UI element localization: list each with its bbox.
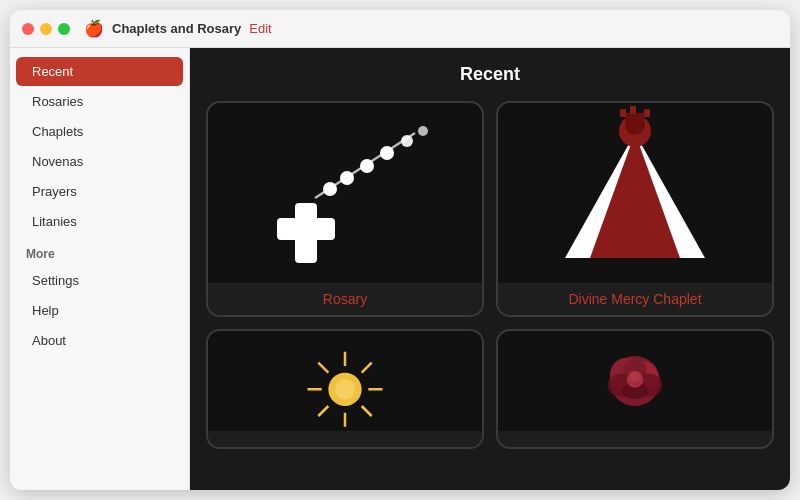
svg-rect-15 <box>625 113 645 121</box>
card-divine-mercy[interactable]: Divine Mercy Chaplet <box>496 101 774 317</box>
svg-rect-0 <box>215 103 475 283</box>
svg-point-4 <box>323 182 337 196</box>
svg-point-29 <box>335 379 355 399</box>
sidebar: Recent Rosaries Chaplets Novenas Prayers… <box>10 48 190 490</box>
sidebar-item-settings[interactable]: Settings <box>16 266 183 295</box>
more-section-header: More <box>10 237 189 265</box>
maximize-button[interactable] <box>58 23 70 35</box>
card-rosary-image <box>208 103 482 283</box>
card-4-image <box>498 331 772 431</box>
main-title: Recent <box>206 64 774 85</box>
app-logo: 🍎 <box>84 19 104 38</box>
sidebar-item-recent[interactable]: Recent <box>16 57 183 86</box>
sidebar-item-help[interactable]: Help <box>16 296 183 325</box>
edit-button[interactable]: Edit <box>249 21 271 36</box>
titlebar: 🍎 Chaplets and Rosary Edit <box>10 10 790 48</box>
svg-point-8 <box>401 135 413 147</box>
content-area: Recent Rosaries Chaplets Novenas Prayers… <box>10 48 790 490</box>
card-3[interactable] <box>206 329 484 449</box>
sidebar-item-prayers[interactable]: Prayers <box>16 177 183 206</box>
cards-grid: Rosary <box>206 101 774 449</box>
svg-rect-17 <box>630 106 636 114</box>
card-divine-mercy-label: Divine Mercy Chaplet <box>498 283 772 315</box>
svg-point-6 <box>360 159 374 173</box>
card-rosary-label: Rosary <box>208 283 482 315</box>
traffic-lights <box>22 23 70 35</box>
sidebar-item-chaplets[interactable]: Chaplets <box>16 117 183 146</box>
sidebar-item-novenas[interactable]: Novenas <box>16 147 183 176</box>
app-window: 🍎 Chaplets and Rosary Edit Recent Rosari… <box>10 10 790 490</box>
minimize-button[interactable] <box>40 23 52 35</box>
svg-point-9 <box>418 126 428 136</box>
svg-rect-16 <box>620 109 626 117</box>
card-divine-mercy-image <box>498 103 772 283</box>
card-rosary[interactable]: Rosary <box>206 101 484 317</box>
sidebar-item-rosaries[interactable]: Rosaries <box>16 87 183 116</box>
card-3-image <box>208 331 482 431</box>
svg-point-7 <box>380 146 394 160</box>
sidebar-item-litanies[interactable]: Litanies <box>16 207 183 236</box>
svg-point-39 <box>630 372 640 382</box>
sidebar-item-about[interactable]: About <box>16 326 183 355</box>
card-3-label <box>208 431 482 447</box>
card-4-label <box>498 431 772 447</box>
card-4[interactable] <box>496 329 774 449</box>
svg-rect-18 <box>644 109 650 117</box>
main-content: Recent <box>190 48 790 490</box>
svg-point-5 <box>340 171 354 185</box>
close-button[interactable] <box>22 23 34 35</box>
svg-rect-2 <box>277 218 335 240</box>
app-title: Chaplets and Rosary <box>112 21 241 36</box>
